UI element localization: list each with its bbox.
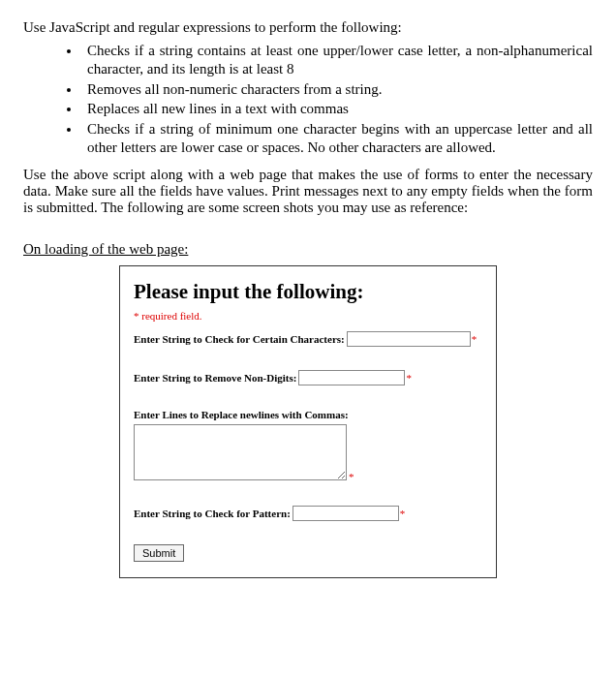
check-chars-input[interactable] xyxy=(347,331,471,347)
list-item: Checks if a string contains at least one… xyxy=(81,42,593,78)
remove-nondigits-input[interactable] xyxy=(298,370,405,385)
list-item: Checks if a string of minimum one charac… xyxy=(81,120,593,157)
submit-button[interactable]: Submit xyxy=(134,544,184,562)
list-item: Removes all non-numeric characters from … xyxy=(81,80,593,99)
check-pattern-input[interactable] xyxy=(293,506,399,521)
form-screenshot: Please input the following: * required f… xyxy=(119,265,497,578)
field-label: Enter Lines to Replace newlines with Com… xyxy=(134,409,482,420)
replace-newlines-textarea[interactable] xyxy=(134,424,347,480)
field-remove-nondigits: Enter String to Remove Non-Digits: * xyxy=(134,370,482,385)
section-heading: On loading of the web page: xyxy=(23,241,593,258)
field-label: Enter String to Check for Certain Charac… xyxy=(134,333,345,345)
required-star-icon: * xyxy=(349,471,354,482)
field-replace-newlines: Enter Lines to Replace newlines with Com… xyxy=(134,409,482,482)
field-check-pattern: Enter String to Check for Pattern: * xyxy=(134,506,482,521)
form-title: Please input the following: xyxy=(134,280,482,304)
intro-paragraph: Use JavaScript and regular expressions t… xyxy=(23,19,593,36)
field-label: Enter String to Check for Pattern: xyxy=(134,508,291,519)
task-list: Checks if a string contains at least one… xyxy=(23,42,593,157)
required-star-icon: * xyxy=(400,508,406,519)
list-item: Replaces all new lines in a text with co… xyxy=(81,100,593,118)
field-check-chars: Enter String to Check for Certain Charac… xyxy=(134,331,482,347)
required-star-icon: * xyxy=(472,333,477,345)
required-star-icon: * xyxy=(406,372,412,384)
required-note: * required field. xyxy=(134,310,482,322)
field-label: Enter String to Remove Non-Digits: xyxy=(134,372,296,384)
instruction-paragraph: Use the above script along with a web pa… xyxy=(23,167,593,216)
